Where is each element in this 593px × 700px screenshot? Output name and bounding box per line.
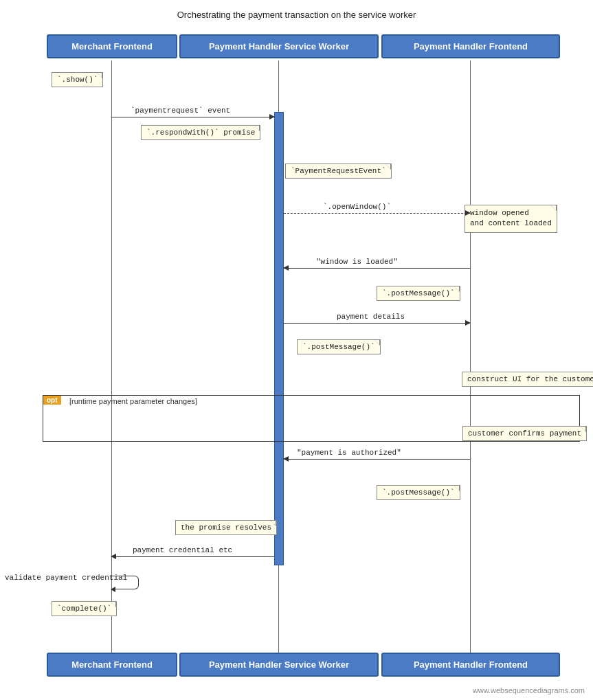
arrow-paymentDetails (284, 323, 470, 324)
arrow-paymentAuthorized (284, 459, 470, 460)
note-postMessage1: `.postMessage()` (377, 286, 460, 301)
arrow-openWindow (284, 213, 470, 214)
note-postMessage2: `.postMessage()` (297, 339, 381, 354)
lifeline-merchant (111, 60, 112, 658)
label-paymentCredential: payment credential etc (133, 546, 232, 554)
actor-sw-bottom: Payment Handler Service Worker (179, 653, 379, 677)
actor-merchant-bottom: Merchant Frontend (47, 653, 177, 677)
label-paymentrequest: `paymentrequest` event (131, 106, 230, 115)
note-postMessage3: `.postMessage()` (377, 485, 460, 500)
note-respondWith: `.respondWith()` promise (141, 125, 260, 140)
label-paymentDetails: payment details (337, 313, 405, 321)
arrow-windowLoaded (284, 268, 470, 269)
opt-condition: [runtime payment parameter changes] (69, 397, 197, 405)
actor-phf-top: Payment Handler Frontend (381, 34, 560, 58)
actor-merchant-top: Merchant Frontend (47, 34, 177, 58)
label-openWindow: `.openWindow()` (323, 203, 391, 211)
note-customerConfirms: customer confirms payment (462, 426, 587, 441)
actor-sw-top: Payment Handler Service Worker (179, 34, 379, 58)
arrow-paymentrequest (111, 117, 274, 117)
actor-phf-bottom: Payment Handler Frontend (381, 653, 560, 677)
note-windowOpened: window opened and content loaded (465, 205, 557, 233)
label-validate: validate payment credential (5, 574, 127, 582)
note-complete: `complete()` (52, 601, 117, 616)
opt-label: opt (43, 396, 61, 405)
note-paymentrequestEvent: `PaymentRequestEvent` (285, 163, 392, 179)
label-windowLoaded: "window is loaded" (316, 258, 398, 266)
active-bar-sw (274, 112, 284, 565)
arrow-paymentCredential (111, 556, 274, 557)
label-paymentAuthorized: "payment is authorized" (297, 449, 401, 457)
diagram-title: Orchestrating the payment transaction on… (0, 0, 593, 27)
lifeline-phf (470, 60, 471, 658)
note-show: `.show()` (52, 72, 103, 87)
note-constructUI: construct UI for the customer (462, 372, 593, 387)
watermark: www.websequencediagrams.com (473, 686, 585, 695)
note-promiseResolves: the promise resolves (175, 520, 277, 535)
diagram-container: Orchestrating the payment transaction on… (0, 0, 593, 700)
